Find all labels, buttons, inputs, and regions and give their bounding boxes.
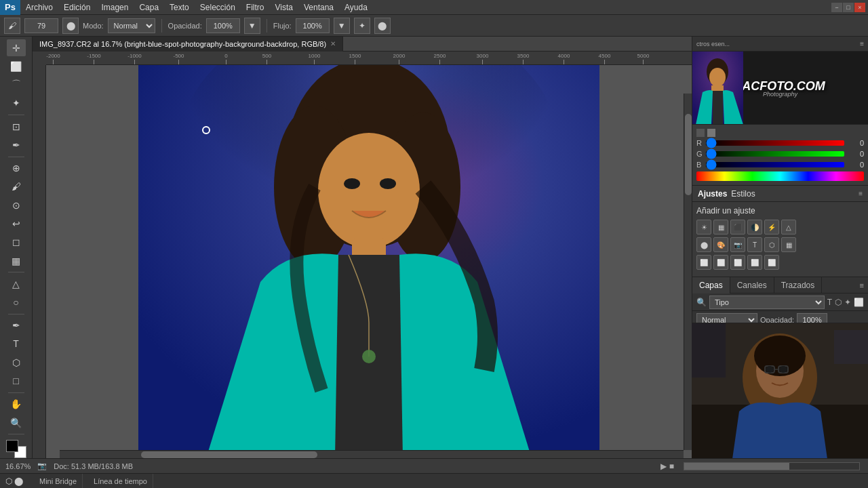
blue-slider[interactable] [706,162,844,167]
g-label: G [696,150,703,158]
close-button[interactable]: × [854,3,865,12]
eyedropper-tool[interactable]: ✒ [7,136,26,153]
vibrance-icon[interactable]: ⚡ [764,220,779,235]
bottom-tool-1[interactable]: ⬡ [5,476,12,486]
filter-type-icon[interactable]: T [827,298,832,307]
brightness-icon[interactable]: ☀ [696,220,711,235]
bw-icon[interactable]: 🎨 [713,237,728,252]
colorbalance-icon[interactable]: ⬤ [696,237,711,252]
flow-options-icon[interactable]: ▼ [334,18,350,34]
filter-search-icon[interactable]: 🔍 [696,298,707,307]
selectivecolor-icon[interactable]: ⬜ [747,255,762,270]
shape-tool[interactable]: □ [7,372,26,389]
hsb-icon[interactable]: △ [781,220,796,235]
wand-tool[interactable]: ✦ [7,95,26,112]
pen-tool[interactable]: ✒ [7,317,26,334]
threshold-icon[interactable]: ⬜ [713,255,728,270]
menu-vista[interactable]: Vista [269,0,298,14]
dodge-tool[interactable]: ○ [7,293,26,310]
scrollbar-thumb-h[interactable] [141,451,317,458]
blend-mode-select[interactable]: Normal [108,18,155,33]
gradmap-icon[interactable]: ⬜ [730,255,745,270]
opacity-options-icon[interactable]: ▼ [244,18,260,34]
color-tool-1[interactable] [696,129,705,137]
marquee-tool[interactable]: ⬜ [7,58,26,75]
color-spectrum[interactable] [696,171,864,181]
menu-ayuda[interactable]: Ayuda [339,0,373,14]
red-slider[interactable] [706,140,844,146]
menu-filtro[interactable]: Filtro [241,0,270,14]
lasso-tool[interactable]: ⌒ [7,77,26,94]
tablet-pressure-icon[interactable]: ⬤ [374,18,391,34]
capas-tab[interactable]: Capas [692,277,730,293]
exposure-icon[interactable]: 🌓 [747,220,762,235]
menu-seleccion[interactable]: Selección [195,0,241,14]
eraser-tool[interactable]: ◻ [7,234,26,251]
adjustments-options-icon[interactable]: ≡ [859,190,863,197]
maximize-button[interactable]: □ [843,3,854,12]
zoom-tool[interactable]: 🔍 [7,414,26,431]
text-tool[interactable]: T [7,336,26,352]
menu-texto[interactable]: Texto [164,0,195,14]
close-tab-icon[interactable]: ✕ [330,40,336,47]
brush-preset-icon[interactable]: ⬤ [62,18,79,34]
ajustes-tab[interactable]: Ajustes [698,189,727,199]
menu-capa[interactable]: Capa [134,0,164,14]
history-brush[interactable]: ↩ [7,215,26,232]
menu-archivo[interactable]: Archivo [20,0,58,14]
channelmixer-icon[interactable]: T [747,237,762,252]
linea-tiempo-tab[interactable]: Línea de tiempo [88,474,153,489]
bottom-tool-2[interactable]: ⬤ [14,476,23,486]
path-tool[interactable]: ⬡ [7,354,26,371]
menu-imagen[interactable]: Imagen [96,0,134,14]
timeline-play-btn[interactable]: ▶ [660,462,667,471]
panel-options-icon[interactable]: ≡ [860,40,864,47]
canvas-content[interactable] [46,65,692,458]
filter-smart-icon[interactable]: ✦ [844,298,851,307]
brush-tool-options[interactable]: 🖌 [4,18,20,34]
timeline-scrollbar[interactable] [684,462,860,470]
colorlookup-icon[interactable]: ⬡ [764,237,779,252]
levels-icon[interactable]: ▦ [713,220,728,235]
clone-tool[interactable]: ⊙ [7,197,26,214]
vertical-scrollbar[interactable] [684,94,692,450]
green-slider[interactable] [706,151,844,157]
brush-size-input[interactable] [24,18,58,33]
opacity-input[interactable] [206,18,240,33]
color-tool-2[interactable] [707,129,715,137]
airbrush-toggle[interactable]: ✦ [354,18,370,34]
filter-adj-icon[interactable]: ⬡ [835,298,842,307]
gradient-tool[interactable]: ▦ [7,252,26,269]
layer-filter-select[interactable]: Tipo [709,296,825,309]
hand-tool[interactable]: ✋ [7,396,26,413]
color-swatches[interactable] [6,440,26,458]
mini-bridge-tab[interactable]: Mini Bridge [34,474,83,489]
adjustments-panel-header[interactable]: Ajustes Estilos ≡ [692,186,868,202]
brush-tool[interactable]: 🖌 [7,178,26,195]
canales-tab[interactable]: Canales [730,277,774,293]
scrollbar-thumb-v[interactable] [685,114,692,195]
timeline-thumb[interactable] [684,463,789,470]
horizontal-scrollbar[interactable] [60,450,684,458]
curves-icon[interactable]: ⬛ [730,220,745,235]
blur-tool[interactable]: △ [7,275,26,292]
trazados-tab[interactable]: Trazados [774,277,823,293]
move-tool[interactable]: ✛ [7,39,26,56]
posterize-icon[interactable]: ⬜ [696,255,711,270]
webcam-panel [692,323,868,458]
foreground-color-swatch[interactable] [6,440,18,452]
timeline-stop-btn[interactable]: ■ [669,462,674,471]
filter-toggle[interactable]: ⬜ [854,298,864,307]
shadow-icon[interactable]: ⬜ [764,255,779,270]
photofilter-icon[interactable]: 📷 [730,237,745,252]
flow-input[interactable] [296,18,330,33]
document-tab[interactable]: IMG_8937.CR2 al 16.7% (bright-blue-spot-… [33,37,343,52]
layers-panel-options[interactable]: ≡ [856,281,868,289]
healing-tool[interactable]: ⊕ [7,160,26,177]
menu-ventana[interactable]: Ventana [298,0,339,14]
crop-tool[interactable]: ⊡ [7,118,26,135]
menu-edicion[interactable]: Edición [58,0,96,14]
invert-icon[interactable]: ▦ [781,237,796,252]
estilos-tab[interactable]: Estilos [731,189,755,199]
minimize-button[interactable]: − [831,3,842,12]
